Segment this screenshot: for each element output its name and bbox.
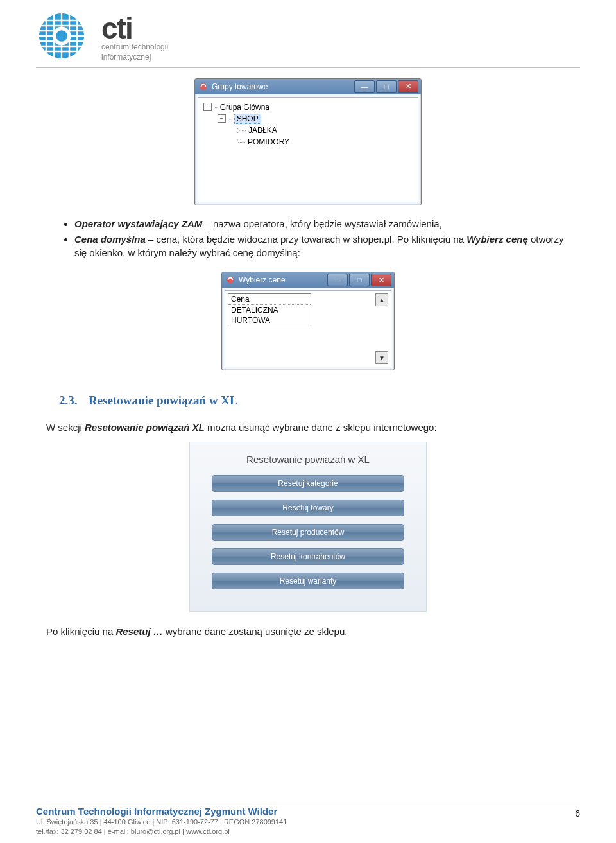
maximize-button[interactable]: □ <box>376 80 397 93</box>
logo-subtitle-1: centrum technologii <box>101 43 168 52</box>
bullet-term: Cena domyślna <box>74 234 146 245</box>
tree-leaf-row[interactable]: '····· POMIDORY <box>203 136 413 148</box>
window-groups-titlebar[interactable]: Grupy towarowe — □ ✕ <box>195 79 421 94</box>
collapse-icon[interactable]: − <box>203 103 212 111</box>
window-price-body: Cena DETALICZNA HURTOWA ▲ ▼ <box>225 290 391 367</box>
reset-panel-title: Resetowanie powiazań w XL <box>199 454 417 465</box>
paragraph: W sekcji Resetowanie powiązań XL można u… <box>46 422 570 433</box>
window-price: Wybierz cene — □ ✕ Cena DETALICZNA HURTO… <box>221 272 395 370</box>
bullet-item: Operator wystawiający ZAM – nazwa operat… <box>74 217 570 231</box>
logo-text: cti centrum technologii informatycznej <box>101 10 168 62</box>
bullet-text: – cena, która będzie widoczna przy towar… <box>146 234 466 245</box>
tree-root-row[interactable]: − ·· Grupa Główna <box>203 101 413 113</box>
bullet-list: Operator wystawiający ZAM – nazwa operat… <box>46 217 570 260</box>
bullet-item: Cena domyślna – cena, która będzie widoc… <box>74 232 570 261</box>
section-number: 2.3. <box>59 394 89 408</box>
window-price-titlebar[interactable]: Wybierz cene — □ ✕ <box>222 272 394 288</box>
minimize-button[interactable]: — <box>327 274 348 286</box>
bullet-text: – nazwa operatora, który będzie wystawia… <box>202 218 442 229</box>
scroll-down-button[interactable]: ▼ <box>375 351 388 364</box>
page-footer: Centrum Technologii Informatycznej Zygmu… <box>36 791 580 837</box>
tree-leaf-label: JABŁKA <box>248 126 277 135</box>
section-heading: 2.3.Resetowanie powiązań w XL <box>59 394 570 408</box>
header-logo-area: cti centrum technologii informatycznej <box>36 0 580 62</box>
svg-point-15 <box>56 30 67 42</box>
app-icon <box>199 82 208 91</box>
price-option[interactable]: HURTOWA <box>228 315 311 326</box>
footer-divider <box>36 803 580 803</box>
minimize-button[interactable]: — <box>354 80 375 93</box>
bullet-em: Wybierz cenę <box>466 234 528 245</box>
paragraph-em: Resetowanie powiązań XL <box>85 422 205 433</box>
footer-line-1: Ul. Świętojańska 35 | 44-100 Gliwice | N… <box>36 817 580 827</box>
tree-level1-row[interactable]: − ·· SHOP <box>203 113 413 125</box>
collapse-icon[interactable]: − <box>218 114 226 123</box>
price-option[interactable]: Cena <box>228 294 311 305</box>
window-groups: Grupy towarowe — □ ✕ − ·· Grupa Główna −… <box>194 78 422 205</box>
app-icon <box>226 275 235 284</box>
window-price-title: Wybierz cene <box>239 275 286 284</box>
close-button[interactable]: ✕ <box>398 80 418 93</box>
bullet-term: Operator wystawiający ZAM <box>74 218 202 229</box>
logo-subtitle-2: informatycznej <box>101 53 168 62</box>
logo-wordmark: cti <box>101 15 168 42</box>
reset-contractors-button[interactable]: Resetuj kontrahentów <box>212 548 404 565</box>
reset-panel: Resetowanie powiazań w XL Resetuj katego… <box>189 442 427 612</box>
price-option[interactable]: DETALICZNA <box>228 305 311 315</box>
paragraph: Po kliknięciu na Resetuj … wybrane dane … <box>46 626 570 637</box>
paragraph-em: Resetuj … <box>116 626 162 637</box>
reset-variants-button[interactable]: Resetuj warianty <box>212 573 404 589</box>
footer-line-2: tel./fax: 32 279 02 84 | e-mail: biuro@c… <box>36 827 580 837</box>
section-title: Resetowanie powiązań w XL <box>89 394 238 407</box>
tree-selected-label: SHOP <box>234 114 261 124</box>
window-groups-body: − ·· Grupa Główna − ·· SHOP :····· JABŁK… <box>198 97 418 202</box>
page-number: 6 <box>575 808 580 819</box>
close-button[interactable]: ✕ <box>371 274 391 286</box>
maximize-button[interactable]: □ <box>349 274 370 286</box>
price-listbox[interactable]: Cena DETALICZNA HURTOWA <box>228 293 311 326</box>
tree-root-label: Grupa Główna <box>220 103 270 112</box>
tree-leaf-row[interactable]: :····· JABŁKA <box>203 125 413 136</box>
reset-producers-button[interactable]: Resetuj producentów <box>212 524 404 541</box>
tree-leaf-label: POMIDORY <box>248 137 289 146</box>
reset-categories-button[interactable]: Resetuj kategorie <box>212 475 404 492</box>
window-groups-title: Grupy towarowe <box>212 82 268 91</box>
reset-products-button[interactable]: Resetuj towary <box>212 500 404 516</box>
header-divider <box>36 67 580 68</box>
cti-circle-logo-icon <box>36 10 87 62</box>
footer-title: Centrum Technologii Informatycznej Zygmu… <box>36 806 580 817</box>
scroll-up-button[interactable]: ▲ <box>375 293 388 306</box>
